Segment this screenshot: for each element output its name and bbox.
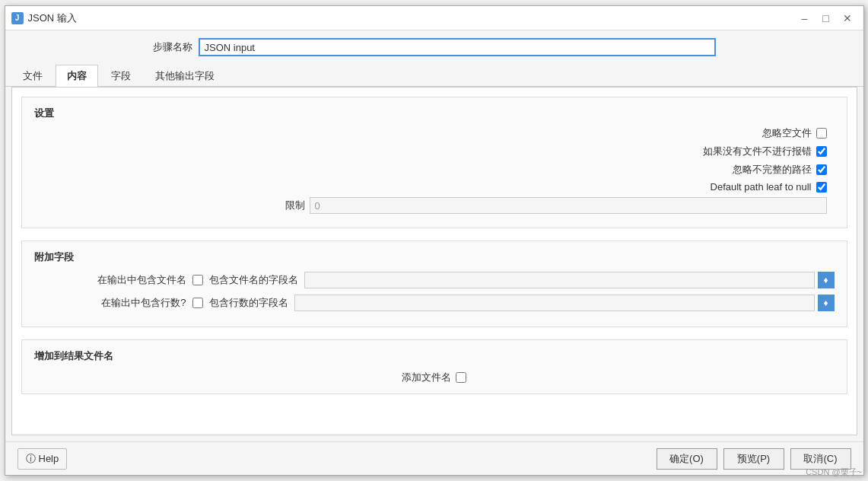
bottom-bar: ⓘ Help 确定(O) 预览(P) 取消(C) (5, 441, 863, 475)
help-label: Help (39, 453, 59, 464)
step-name-input[interactable] (199, 38, 716, 56)
include-rowcount-checkbox[interactable] (192, 298, 203, 308)
filename-field-label: 包含文件名的字段名 (209, 273, 298, 287)
minimize-button[interactable]: – (795, 9, 815, 27)
ignore-empty-checkbox[interactable] (816, 128, 827, 139)
help-button[interactable]: ⓘ Help (17, 448, 68, 470)
tab-other-output[interactable]: 其他输出字段 (144, 65, 226, 87)
ignore-empty-row: 忽略空文件 (34, 126, 835, 140)
limit-row: 限制 (34, 197, 835, 214)
rowcount-field-btn[interactable]: ♦ (818, 295, 835, 311)
result-section: 增加到结果文件名 添加文件名 (21, 339, 847, 394)
addon-title: 附加字段 (34, 250, 835, 264)
tab-content[interactable]: 内容 (56, 65, 98, 87)
help-icon: ⓘ (26, 452, 36, 466)
limit-label: 限制 (285, 199, 305, 212)
ignore-empty-label: 忽略空文件 (762, 126, 812, 140)
include-filename-checkbox[interactable] (192, 275, 203, 285)
filename-field-btn[interactable]: ♦ (818, 272, 835, 288)
step-name-label: 步骤名称 (153, 40, 192, 54)
add-filename-label: 添加文件名 (402, 371, 451, 384)
step-name-row: 步骤名称 (5, 30, 863, 64)
window-icon: J (11, 12, 24, 24)
ignore-incomplete-row: 忽略不完整的路径 (34, 163, 835, 177)
default-path-leaf-label: Default path leaf to null (711, 181, 812, 193)
window-title: JSON 输入 (28, 11, 77, 25)
result-title: 增加到结果文件名 (34, 349, 835, 363)
limit-input[interactable] (310, 197, 827, 214)
title-bar-controls: – □ ✕ (795, 9, 857, 27)
include-rowcount-prefix: 在输出中包含行数? (34, 296, 186, 310)
ignore-incomplete-checkbox[interactable] (816, 164, 827, 175)
include-filename-row: 在输出中包含文件名 包含文件名的字段名 ♦ (34, 272, 835, 288)
include-rowcount-row: 在输出中包含行数? 包含行数的字段名 ♦ (34, 295, 835, 311)
settings-title: 设置 (34, 107, 835, 120)
maximize-button[interactable]: □ (816, 9, 836, 27)
rowcount-field-label: 包含行数的字段名 (209, 296, 288, 310)
title-bar: J JSON 输入 – □ ✕ (5, 6, 863, 30)
no-file-error-checkbox[interactable] (816, 146, 827, 157)
add-filename-row: 添加文件名 (34, 371, 835, 384)
no-file-error-label: 如果没有文件不进行报错 (703, 145, 812, 158)
filename-field-input[interactable] (304, 272, 815, 288)
settings-section: 设置 忽略空文件 如果没有文件不进行报错 忽略不完整的路径 Default pa… (21, 97, 847, 228)
preview-button[interactable]: 预览(P) (723, 448, 784, 470)
default-path-leaf-checkbox[interactable] (816, 182, 827, 193)
rowcount-field-input[interactable] (294, 295, 815, 311)
include-filename-prefix: 在输出中包含文件名 (34, 273, 186, 287)
no-file-error-row: 如果没有文件不进行报错 (34, 145, 835, 158)
main-window: J JSON 输入 – □ ✕ 步骤名称 文件 内容 字段 其他输出字段 设置 … (5, 5, 864, 476)
title-bar-left: J JSON 输入 (11, 11, 77, 25)
tab-content-area: 设置 忽略空文件 如果没有文件不进行报错 忽略不完整的路径 Default pa… (11, 87, 857, 435)
confirm-button[interactable]: 确定(O) (657, 448, 717, 470)
ignore-incomplete-label: 忽略不完整的路径 (733, 163, 812, 177)
default-path-leaf-row: Default path leaf to null (34, 181, 835, 193)
watermark: CSDN @栗子~ (806, 467, 862, 478)
tabs-bar: 文件 内容 字段 其他输出字段 (5, 64, 863, 87)
add-filename-checkbox[interactable] (456, 372, 466, 383)
tab-file[interactable]: 文件 (11, 65, 54, 87)
addon-section: 附加字段 在输出中包含文件名 包含文件名的字段名 ♦ 在输出中包含行数? 包含行… (21, 240, 847, 327)
close-button[interactable]: ✕ (838, 9, 857, 27)
tab-fields[interactable]: 字段 (100, 65, 142, 87)
